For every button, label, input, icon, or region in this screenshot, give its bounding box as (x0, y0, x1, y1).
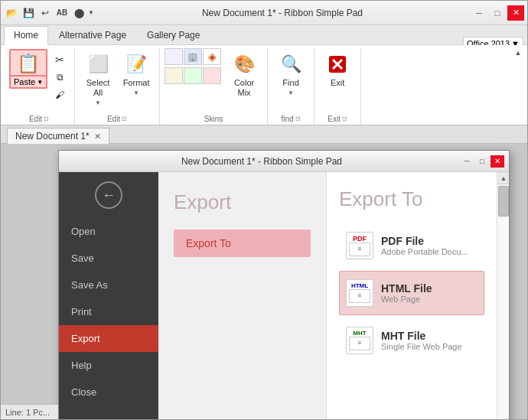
tab-alternative-page[interactable]: Alternative Page (49, 26, 136, 44)
minimize-button[interactable]: ─ (471, 5, 487, 21)
skin-icon-4[interactable] (165, 67, 183, 84)
paste-bottom: Paste ▼ (9, 77, 47, 89)
find-icon: 🔍 (279, 52, 303, 77)
modal-win-btns: ─ □ ✕ (460, 155, 504, 168)
title-bar-controls: ─ □ ✕ (471, 5, 524, 21)
outer-window: 📂 💾 ↩ AB ⬤ ▼ New Document 1* - Ribbon Si… (0, 0, 528, 420)
modal-maximize-button[interactable]: □ (475, 155, 489, 168)
mht-icon: MHT ≡ (346, 327, 373, 354)
open-icon[interactable]: 📂 (4, 5, 19, 21)
doc-tab-bar: New Document 1* ✕ (1, 125, 527, 144)
cut-icon: ✂ (54, 54, 66, 66)
skin-icon-1[interactable] (165, 48, 183, 65)
sidebar-item-save[interactable]: Save (59, 245, 158, 272)
skin-icon-2[interactable]: 🏢 (184, 48, 202, 65)
modal-close-button[interactable]: ✕ (491, 155, 504, 168)
skins-row-1: 🏢 ◈ (165, 48, 221, 65)
skin-icon-6[interactable] (203, 67, 221, 84)
export-option-mht[interactable]: MHT ≡ MHT File Single File Web Page (339, 318, 484, 363)
ribbon-body: 📋 Paste ▼ ✂ ⧉ 🖌 (1, 45, 527, 125)
title-bar: 📂 💾 ↩ AB ⬤ ▼ New Document 1* - Ribbon Si… (1, 1, 527, 25)
paste-top: 📋 (9, 49, 47, 77)
skin-icon-5[interactable] (184, 67, 202, 84)
clipboard-group-expand-icon[interactable]: ⊡ (44, 116, 49, 122)
clipboard-group-label: Edit ⊡ (29, 113, 49, 125)
color-mix-button[interactable]: 🎨 ColorMix (226, 48, 262, 102)
paste-arrow: ▼ (37, 79, 43, 86)
format-painter-icon: 🖌 (54, 89, 66, 101)
ribbon-group-skins: 🏢 ◈ 🎨 ColorMix (160, 48, 268, 125)
html-icon: HTML ≡ (346, 279, 373, 307)
edit-group-expand-icon[interactable]: ⊡ (122, 116, 127, 122)
export-heading: Export (174, 190, 311, 214)
scrollbar[interactable]: ▲ ▼ (497, 172, 509, 419)
export-option-pdf[interactable]: PDF ≡ PDF File Adobe Portable Docu... (339, 223, 484, 268)
doc-tab[interactable]: New Document 1* ✕ (7, 128, 109, 144)
format-arrow: ▼ (133, 90, 139, 96)
copy-button[interactable]: ⧉ (50, 69, 70, 86)
mht-option-text: MHT File Single File Web Page (381, 330, 462, 351)
sidebar-item-print[interactable]: Print (59, 298, 158, 325)
format-button[interactable]: 📝 Format ▼ (118, 48, 155, 100)
clipboard-buttons: 📋 Paste ▼ ✂ ⧉ 🖌 (8, 48, 70, 113)
skin-icon-3[interactable]: ◈ (203, 48, 221, 65)
ribbon-collapse-button[interactable]: ▲ (512, 47, 524, 59)
modal-sidebar: ← Open Save Save As Print Expo (59, 172, 158, 419)
sidebar-item-open[interactable]: Open (59, 218, 158, 245)
clipboard-small-buttons: ✂ ⧉ 🖌 (50, 51, 70, 103)
skins-grid: 🏢 ◈ (165, 48, 221, 85)
edit-group-label: Edit ⊡ (107, 113, 127, 125)
sidebar-item-save-as[interactable]: Save As (59, 272, 158, 298)
export-to-button[interactable]: Export To (174, 230, 311, 257)
exit-button[interactable]: Exit (319, 48, 356, 99)
qat-dropdown-arrow[interactable]: ▼ (88, 9, 94, 16)
sidebar-item-close[interactable]: Close (59, 379, 158, 405)
format-icon: 📝 (124, 52, 148, 77)
maximize-button[interactable]: □ (489, 5, 506, 21)
modal-minimize-button[interactable]: ─ (460, 155, 474, 168)
paste-button[interactable]: 📋 Paste ▼ (8, 48, 48, 90)
undo-icon[interactable]: ↩ (37, 5, 53, 21)
modal-title-bar: New Document 1* - Ribbon Simple Pad ─ □ … (59, 151, 509, 172)
modal-window: New Document 1* - Ribbon Simple Pad ─ □ … (58, 150, 510, 419)
format-painter-button[interactable]: 🖌 (50, 86, 70, 103)
find-group-expand-icon[interactable]: ⊡ (295, 116, 301, 122)
scroll-up-button[interactable]: ▲ (497, 172, 509, 184)
cut-button[interactable]: ✂ (50, 51, 70, 68)
select-all-icon: ⬜ (86, 52, 110, 77)
pdf-icon: PDF ≡ (346, 232, 373, 259)
pdf-option-text: PDF File Adobe Portable Docu... (381, 235, 468, 256)
copy-icon: ⧉ (54, 71, 66, 83)
skins-group-label: Skins (204, 113, 223, 125)
back-button[interactable]: ← (95, 181, 122, 209)
tab-home[interactable]: Home (4, 26, 48, 45)
find-group-label: find ⊡ (282, 113, 301, 125)
sidebar-item-export[interactable]: Export (59, 325, 158, 352)
select-all-arrow: ▼ (95, 99, 101, 106)
cursor-icon[interactable]: ⬤ (71, 5, 86, 21)
modal-body: ← Open Save Save As Print Expo (59, 172, 509, 419)
find-buttons: 🔍 Find ▼ (272, 48, 309, 113)
export-option-html[interactable]: HTML ≡ HTML File Web Page (339, 271, 484, 315)
scroll-track (497, 184, 509, 419)
scroll-thumb[interactable] (498, 186, 509, 217)
quick-access-toolbar: 📂 💾 ↩ AB ⬤ ▼ (4, 5, 94, 21)
save-icon[interactable]: 💾 (21, 5, 36, 21)
find-button[interactable]: 🔍 Find ▼ (272, 48, 309, 100)
document-area: Line: 1 Pc... New Document 1* - Ribbon S… (1, 144, 527, 419)
tab-gallery-page[interactable]: Gallery Page (137, 26, 210, 44)
exit-icon (325, 52, 350, 77)
ab-icon[interactable]: AB (54, 5, 70, 21)
export-to-heading: Export To (339, 187, 484, 211)
find-arrow: ▼ (288, 90, 294, 96)
exit-group-expand-icon[interactable]: ⊡ (342, 116, 347, 122)
select-all-button[interactable]: ⬜ Select All ▼ (80, 48, 116, 110)
color-mix-icon: 🎨 (232, 52, 256, 77)
close-button[interactable]: ✕ (507, 5, 524, 21)
doc-tab-close-icon[interactable]: ✕ (94, 132, 101, 142)
skins-buttons: 🏢 ◈ 🎨 ColorMix (165, 48, 262, 113)
skins-row-2 (165, 67, 221, 84)
sidebar-item-help[interactable]: Help (59, 352, 158, 379)
html-option-text: HTML File Web Page (381, 282, 432, 304)
status-bar: Line: 1 Pc... (1, 404, 58, 419)
